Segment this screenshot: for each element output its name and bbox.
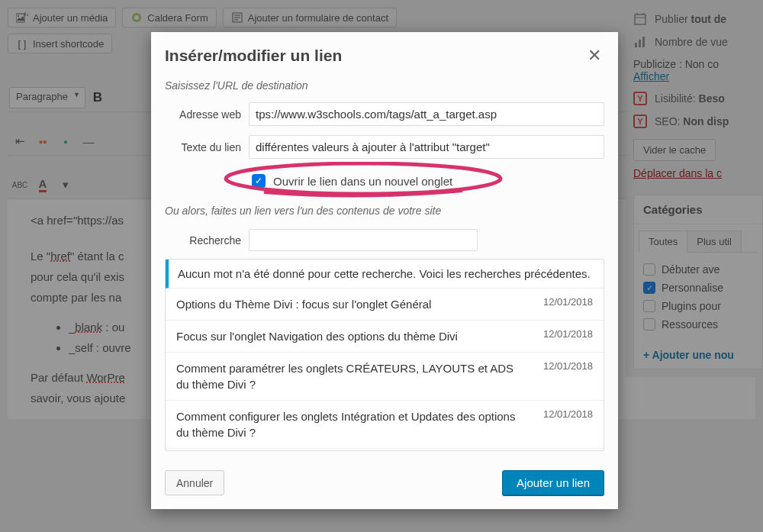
modal-header: Insérer/modifier un lien ✕ [151, 32, 618, 70]
modal-title: Insérer/modifier un lien [165, 47, 342, 65]
url-input[interactable] [249, 102, 604, 126]
link-text-input[interactable] [249, 135, 604, 159]
text-label: Texte du lien [165, 141, 249, 153]
result-title: Focus sur l'onglet Navigation des option… [176, 328, 528, 344]
result-title: Comment paramétrer les onglets CRÉATEURS… [176, 360, 528, 392]
result-date: 12/01/2018 [543, 296, 593, 308]
search-label: Recherche [165, 234, 249, 247]
result-item[interactable]: Comment paramétrer les onglets CRÉATEURS… [166, 353, 604, 401]
cancel-button[interactable]: Annuler [165, 470, 224, 495]
result-item[interactable]: Focus sur l'onglet Navigation des option… [166, 321, 604, 353]
help-text-internal: Ou alors, faites un lien vers l'un des c… [165, 205, 604, 217]
result-date: 12/01/2018 [543, 328, 593, 340]
help-text-url: Saisissez l'URL de destination [165, 79, 604, 92]
insert-link-modal: Insérer/modifier un lien ✕ Saisissez l'U… [151, 32, 618, 509]
modal-body: Saisissez l'URL de destination Adresse w… [151, 70, 618, 460]
result-date: 12/01/2018 [543, 408, 593, 420]
result-item[interactable]: Comment configurer les onglets Intégrati… [166, 401, 604, 449]
checkbox-checked-icon[interactable]: ✓ [252, 174, 266, 188]
result-item[interactable]: Options du Thème Divi : focus sur l'ongl… [166, 289, 604, 321]
result-title: Options du Thème Divi : focus sur l'ongl… [176, 296, 528, 312]
new-tab-label: Ouvrir le lien dans un nouvel onglet [273, 175, 452, 188]
url-row: Adresse web [165, 102, 604, 126]
modal-footer: Annuler Ajouter un lien [151, 460, 618, 509]
text-row: Texte du lien [165, 135, 604, 159]
url-label: Adresse web [165, 108, 249, 121]
add-link-button[interactable]: Ajouter un lien [502, 470, 604, 495]
results-header: Aucun mot n'a été donné pour cette reche… [166, 260, 604, 289]
result-date: 12/01/2018 [543, 360, 593, 372]
search-input[interactable] [249, 229, 478, 251]
result-title: Comment configurer les onglets Intégrati… [176, 408, 528, 440]
new-tab-row[interactable]: ✓ Ouvrir le lien dans un nouvel onglet [249, 169, 604, 192]
close-icon[interactable]: ✕ [584, 46, 604, 66]
search-row: Recherche [165, 229, 604, 251]
search-results[interactable]: Aucun mot n'a été donné pour cette reche… [165, 259, 604, 451]
